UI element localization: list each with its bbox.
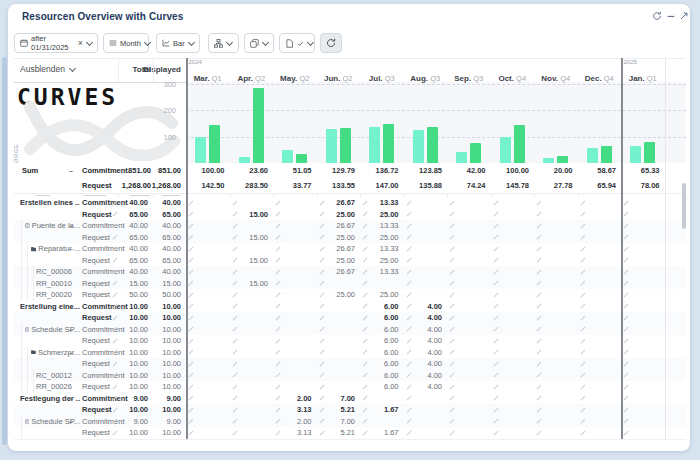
month-cell-jun[interactable]: 129.79 [317, 163, 359, 178]
edit-pencil-icon[interactable] [623, 349, 629, 355]
month-cell-apr[interactable] [230, 335, 272, 347]
total-cell[interactable]: 40.00 [110, 266, 151, 278]
edit-pencil-icon[interactable] [362, 361, 368, 367]
edit-pencil-icon[interactable] [232, 234, 238, 240]
edit-pencil-icon[interactable] [362, 338, 368, 344]
edit-pencil-icon[interactable] [112, 223, 118, 229]
month-cell-jun[interactable] [317, 312, 359, 324]
month-cell-sep[interactable]: 74.24 [447, 178, 489, 193]
total-cell[interactable]: 65.00 [110, 209, 151, 221]
bar-commitment-dec[interactable] [587, 148, 598, 163]
edit-pencil-icon[interactable] [188, 223, 194, 229]
collapse-button[interactable]: – [69, 301, 73, 313]
edit-pencil-icon[interactable] [536, 384, 542, 390]
edit-pencil-icon[interactable] [112, 372, 118, 378]
month-cell-jun[interactable]: 25.00 [317, 289, 359, 301]
month-cell-jul[interactable] [360, 416, 402, 428]
edit-pencil-icon[interactable] [275, 372, 281, 378]
collapse-button[interactable]: – [69, 243, 73, 255]
edit-pencil-icon[interactable] [188, 326, 194, 332]
month-cell-nov[interactable] [534, 370, 576, 382]
month-cell-nov[interactable] [534, 197, 576, 209]
month-cell-aug[interactable]: 4.00 [404, 335, 446, 347]
total-cell[interactable]: 10.00 [110, 370, 151, 382]
month-cell-oct[interactable] [491, 335, 533, 347]
month-cell-nov[interactable] [534, 416, 576, 428]
month-cell-may[interactable] [273, 255, 315, 267]
month-cell-may[interactable] [273, 358, 315, 370]
month-cell-apr[interactable] [230, 381, 272, 393]
edit-pencil-icon[interactable] [362, 223, 368, 229]
month-cell-may[interactable] [273, 324, 315, 336]
month-cell-jun[interactable]: 25.00 [317, 255, 359, 267]
month-cell-sep[interactable] [447, 266, 489, 278]
edit-pencil-icon[interactable] [449, 280, 455, 286]
edit-pencil-icon[interactable] [232, 315, 238, 321]
month-cell-mar[interactable] [186, 278, 228, 290]
month-cell-mar[interactable] [186, 393, 228, 405]
edit-pencil-icon[interactable] [580, 384, 586, 390]
month-cell-apr[interactable] [230, 347, 272, 359]
month-cell-nov[interactable] [534, 232, 576, 244]
month-cell-jan[interactable] [621, 197, 663, 209]
month-cell-dec[interactable] [578, 370, 620, 382]
month-cell-nov[interactable] [534, 381, 576, 393]
total-cell[interactable]: 10.00 [110, 358, 151, 370]
edit-pencil-icon[interactable] [406, 315, 412, 321]
edit-pencil-icon[interactable] [112, 395, 118, 401]
edit-pencil-icon[interactable] [319, 246, 325, 252]
edit-pencil-icon[interactable] [188, 211, 194, 217]
edit-pencil-icon[interactable] [536, 211, 542, 217]
bar-commitment-sep[interactable] [456, 152, 467, 163]
edit-pencil-icon[interactable] [319, 269, 325, 275]
edit-pencil-icon[interactable] [275, 234, 281, 240]
month-cell-jul[interactable]: 6.00 [360, 324, 402, 336]
month-cell-sep[interactable] [447, 416, 489, 428]
edit-pencil-icon[interactable] [112, 384, 118, 390]
edit-pencil-icon[interactable] [406, 211, 412, 217]
month-cell-jan[interactable] [621, 404, 663, 416]
edit-pencil-icon[interactable] [232, 407, 238, 413]
month-cell-aug[interactable]: 135.88 [404, 178, 446, 193]
month-cell-mar[interactable] [186, 370, 228, 382]
edit-pencil-icon[interactable] [449, 430, 455, 436]
edit-pencil-icon[interactable] [449, 200, 455, 206]
edit-pencil-icon[interactable] [623, 395, 629, 401]
edit-pencil-icon[interactable] [493, 223, 499, 229]
edit-pencil-icon[interactable] [232, 384, 238, 390]
edit-pencil-icon[interactable] [188, 430, 194, 436]
month-cell-mar[interactable] [186, 197, 228, 209]
month-cell-apr[interactable] [230, 197, 272, 209]
edit-pencil-icon[interactable] [112, 211, 118, 217]
edit-pencil-icon[interactable] [112, 361, 118, 367]
edit-pencil-icon[interactable] [112, 303, 118, 309]
bar-request-mar[interactable] [209, 125, 220, 163]
bar-request-sep[interactable] [470, 143, 481, 163]
month-cell-apr[interactable] [230, 404, 272, 416]
month-cell-jul[interactable]: 6.00 [360, 381, 402, 393]
month-cell-dec[interactable] [578, 324, 620, 336]
month-cell-mar[interactable] [186, 243, 228, 255]
month-cell-jun[interactable]: 26.67 [317, 266, 359, 278]
edit-pencil-icon[interactable] [362, 349, 368, 355]
edit-pencil-icon[interactable] [623, 430, 629, 436]
edit-pencil-icon[interactable] [493, 292, 499, 298]
month-cell-may[interactable] [273, 335, 315, 347]
edit-pencil-icon[interactable] [580, 269, 586, 275]
edit-pencil-icon[interactable] [275, 315, 281, 321]
month-cell-nov[interactable] [534, 312, 576, 324]
month-cell-mar[interactable] [186, 220, 228, 232]
edit-pencil-icon[interactable] [362, 384, 368, 390]
edit-pencil-icon[interactable] [232, 223, 238, 229]
month-cell-oct[interactable]: 100.00 [491, 163, 533, 178]
edit-pencil-icon[interactable] [362, 200, 368, 206]
edit-pencil-icon[interactable] [319, 395, 325, 401]
month-header-dec[interactable]: Dec. Q4 [578, 58, 622, 82]
edit-pencil-icon[interactable] [188, 395, 194, 401]
month-cell-aug[interactable] [404, 289, 446, 301]
month-cell-mar[interactable] [186, 404, 228, 416]
edit-pencil-icon[interactable] [449, 384, 455, 390]
month-cell-mar[interactable] [186, 312, 228, 324]
edit-pencil-icon[interactable] [623, 315, 629, 321]
month-cell-aug[interactable]: 4.00 [404, 312, 446, 324]
